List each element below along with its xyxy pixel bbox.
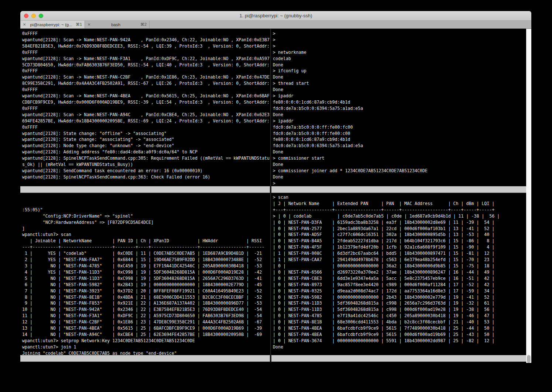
- close-window-button[interactable]: [24, 14, 28, 18]
- desktop-background: 1. pi@raspberrypi: ~ (gnubby-ssh) ✕ pi@r…: [0, 0, 552, 392]
- tab-close-icon[interactable]: ✕: [88, 22, 90, 27]
- zoom-window-button[interactable]: [39, 14, 43, 18]
- pane-split-divider[interactable]: [270, 29, 271, 362]
- pane-title-ftd-commissioner[interactable]: 3 FTD Commissioner: [271, 186, 526, 193]
- pane-ftd-commissioner-output[interactable]: > > > > networkname codelab Done > ifcon…: [271, 29, 526, 186]
- pane-ftd-joiner-output[interactable]: > scan | J | Network Name | Extended PAN…: [271, 193, 526, 355]
- tab-label: pi@raspberrypi: ~ (g...: [28, 22, 74, 27]
- pane-title-ncp-joiner[interactable]: 1 NCP Joiner: [20, 355, 270, 362]
- pane-wpantund-output[interactable]: 0xFFFF wpantund[2128]: Scan -> Name:NEST…: [20, 29, 270, 186]
- terminal-window: 1. pi@raspberrypi: ~ (gnubby-ssh) ✕ pi@r…: [20, 11, 531, 363]
- window-title: 1. pi@raspberrypi: ~ (gnubby-ssh): [20, 11, 531, 20]
- scrollbar-track[interactable]: [526, 29, 531, 363]
- tab-bash[interactable]: ✕ bash ⌘2: [85, 21, 150, 28]
- tab-ssh-session[interactable]: ✕ pi@raspberrypi: ~ (g... ⌘1: [20, 21, 85, 28]
- minimize-window-button[interactable]: [31, 14, 36, 18]
- pane-title-label: 4 FTD Joiner: [302, 362, 333, 363]
- traffic-lights: [24, 14, 43, 18]
- ncp-joiner-text: :55:05)" "Config:NCP:DriverName" => "spi…: [22, 207, 270, 355]
- window-titlebar[interactable]: 1. pi@raspberrypi: ~ (gnubby-ssh): [20, 11, 531, 21]
- tab-bar: ✕ pi@raspberrypi: ~ (g... ⌘1 ✕ bash ⌘2: [20, 21, 531, 29]
- pane-title-ftd-joiner[interactable]: 4 FTD Joiner: [271, 355, 526, 362]
- tab-shortcut: ⌘2: [140, 22, 147, 27]
- tab-close-icon[interactable]: ✕: [23, 22, 26, 27]
- scrollbar-thumb[interactable]: [527, 355, 531, 363]
- tab-shortcut: ⌘1: [76, 22, 82, 27]
- pane-ncp-joiner-output[interactable]: :55:05)" "Config:NCP:DriverName" => "spi…: [20, 193, 270, 355]
- tab-label: bash: [93, 22, 138, 27]
- pane-title-wpantund[interactable]: 0 wpantund: [20, 186, 270, 193]
- tab-bar-filler: [150, 21, 531, 28]
- terminal-content: 0xFFFF wpantund[2128]: Scan -> Name:NEST…: [20, 29, 531, 363]
- pane-title-label: 1 NCP Joiner: [51, 362, 82, 363]
